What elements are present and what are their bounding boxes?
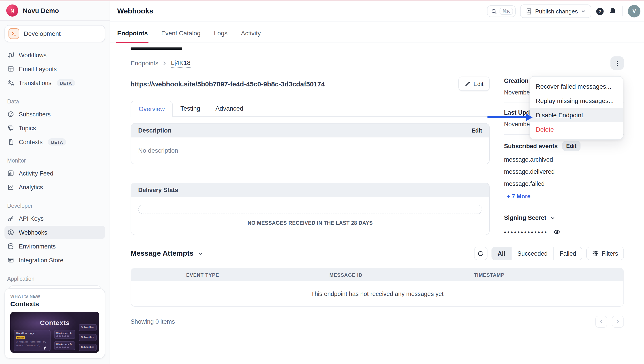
tab-logs[interactable]: Logs [214, 30, 228, 43]
refresh-icon [477, 250, 484, 257]
reveal-secret-button[interactable] [553, 228, 560, 236]
environment-selector[interactable]: Development [4, 25, 105, 42]
subtab-testing[interactable]: Testing [173, 101, 208, 116]
sidebar-item-integration-store[interactable]: Integration Store [4, 253, 105, 267]
section-label-application: Application [7, 276, 110, 282]
delivery-stats-card: Delivery Stats NO MESSAGES RECEIVED IN T… [130, 183, 490, 235]
breadcrumb-endpoint-id[interactable]: Lj4K18 [171, 59, 190, 67]
sidebar-item-label: Contexts [19, 139, 43, 145]
avatar[interactable]: V [628, 5, 640, 18]
key-icon [7, 215, 14, 222]
menu-item-recover-failed[interactable]: Recover failed messages... [530, 79, 623, 94]
tab-activity[interactable]: Activity [241, 30, 261, 43]
menu-item-delete[interactable]: Delete [530, 122, 623, 136]
chevron-left-icon [598, 319, 604, 325]
filter-all[interactable]: All [492, 247, 511, 260]
section-label-data: Data [7, 98, 110, 105]
org-switcher[interactable]: N Novu Demo [0, 1, 110, 21]
eye-icon [553, 228, 560, 236]
previous-page-button[interactable] [595, 316, 607, 328]
integration-store-icon [7, 257, 14, 264]
sidebar-item-label: Analytics [19, 184, 43, 191]
sidebar-item-subscribers[interactable]: Subscribers [4, 107, 105, 121]
tab-endpoints[interactable]: Endpoints [117, 30, 148, 43]
subtab-advanced[interactable]: Advanced [208, 101, 251, 116]
help-icon: ? [596, 7, 604, 16]
database-icon [7, 243, 14, 250]
message-attempts-toggle[interactable]: Message Attempts [130, 249, 204, 257]
sidebar-item-email-layouts[interactable]: Email Layouts [4, 62, 105, 76]
filters-icon [592, 250, 598, 257]
menu-item-disable-endpoint[interactable]: Disable Endpoint [530, 108, 623, 122]
edit-endpoint-button[interactable]: Edit [458, 77, 490, 91]
sidebar-item-environments[interactable]: Environments [4, 240, 105, 253]
page-tabs: Endpoints Event Catalog Logs Activity [110, 22, 644, 43]
chevron-down-icon [198, 251, 204, 256]
webhook-icon [7, 229, 14, 236]
message-attempts-table: EVENT TYPE MESSAGE ID TIMESTAMP This end… [130, 268, 624, 307]
pencil-icon [464, 81, 470, 87]
subtab-overview[interactable]: Overview [130, 101, 173, 117]
signing-secret-toggle[interactable]: Signing Secret [504, 215, 624, 221]
sidebar-item-contexts[interactable]: Contexts BETA [4, 135, 105, 149]
filter-succeeded[interactable]: Succeeded [511, 247, 554, 260]
endpoint-subtabs: Overview Testing Advanced [130, 101, 490, 117]
workflows-icon [7, 52, 14, 59]
sidebar-item-analytics[interactable]: Analytics [4, 180, 105, 194]
section-label-developer: Developer [7, 203, 110, 209]
description-edit-button[interactable]: Edit [472, 127, 482, 134]
whats-new-card[interactable]: WHAT'S NEW Contexts Contexts Workflow tr… [4, 288, 105, 359]
sidebar-item-label: Webhooks [19, 229, 47, 236]
tabs-scroll-indicator [130, 48, 182, 50]
sidebar-item-label: Workflows [19, 52, 46, 58]
sidebar-item-label: API Keys [19, 215, 44, 222]
subscribed-event: message.archived [504, 156, 624, 163]
attempts-filter-segmented: All Succeeded Failed [491, 247, 582, 260]
breadcrumb-endpoints-link[interactable]: Endpoints [130, 60, 158, 67]
bell-icon [609, 7, 617, 15]
sidebar-item-workflows[interactable]: Workflows [4, 48, 105, 62]
filter-failed[interactable]: Failed [554, 247, 582, 260]
signing-secret-mask: ••••••••••••• [504, 229, 548, 235]
sidebar-item-webhooks[interactable]: Webhooks [4, 226, 105, 239]
table-footer: Showing 0 items [130, 316, 624, 328]
menu-item-replay-missing[interactable]: Replay missing messages... [530, 94, 623, 108]
delivery-stats-empty-bar [138, 205, 482, 214]
sidebar-item-translations[interactable]: Translations BETA [4, 76, 105, 90]
endpoint-main-column: https://webhook.site/5b0b7097-fe4d-45c0-… [130, 76, 490, 236]
endpoint-url: https://webhook.site/5b0b7097-fe4d-45c0-… [130, 80, 325, 88]
publish-changes-button[interactable]: Publish changes [520, 5, 591, 18]
help-button[interactable]: ? [596, 7, 604, 16]
next-page-button[interactable] [612, 316, 624, 328]
translate-icon [7, 79, 14, 86]
tab-event-catalog[interactable]: Event Catalog [161, 30, 200, 43]
sidebar-item-activity-feed[interactable]: Activity Feed [4, 166, 105, 180]
search-button[interactable]: ⌘K [487, 5, 516, 17]
column-timestamp: TIMESTAMP [418, 272, 561, 277]
filters-button[interactable]: Filters [586, 247, 624, 260]
sidebar-item-topics[interactable]: Topics [4, 121, 105, 135]
novu-logo: N [6, 5, 18, 17]
subscribed-events-edit-button[interactable]: Edit [562, 141, 580, 151]
kebab-icon [614, 60, 620, 67]
cursor-icon [44, 346, 48, 350]
beta-badge: BETA [57, 79, 75, 86]
sidebar-item-api-keys[interactable]: API Keys [4, 212, 105, 225]
endpoint-actions-kebab-button[interactable] [610, 56, 624, 70]
sidebar-item-label: Integration Store [19, 257, 64, 263]
whats-new-title: Contexts [10, 300, 99, 308]
page-title: Webhooks [117, 7, 153, 15]
sidebar: N Novu Demo Development Workflows Email … [0, 1, 110, 364]
main-area: Webhooks ⌘K Publish changes ? [110, 1, 644, 364]
delivery-stats-empty-text: NO MESSAGES RECEIVED IN THE LAST 28 DAYS [138, 220, 482, 226]
layout-icon [7, 65, 14, 73]
whats-new-image: Contexts Workflow trigger Context contex… [10, 312, 99, 353]
publish-icon [525, 8, 532, 15]
more-events-link[interactable]: + 7 More [507, 193, 530, 200]
notifications-button[interactable] [609, 7, 617, 15]
sidebar-item-label: Topics [19, 125, 36, 131]
refresh-button[interactable] [474, 247, 487, 260]
subscribed-event: message.delivered [504, 168, 624, 175]
environment-name: Development [24, 30, 60, 37]
message-attempts-header: Message Attempts All Succeeded Failed [130, 247, 624, 260]
